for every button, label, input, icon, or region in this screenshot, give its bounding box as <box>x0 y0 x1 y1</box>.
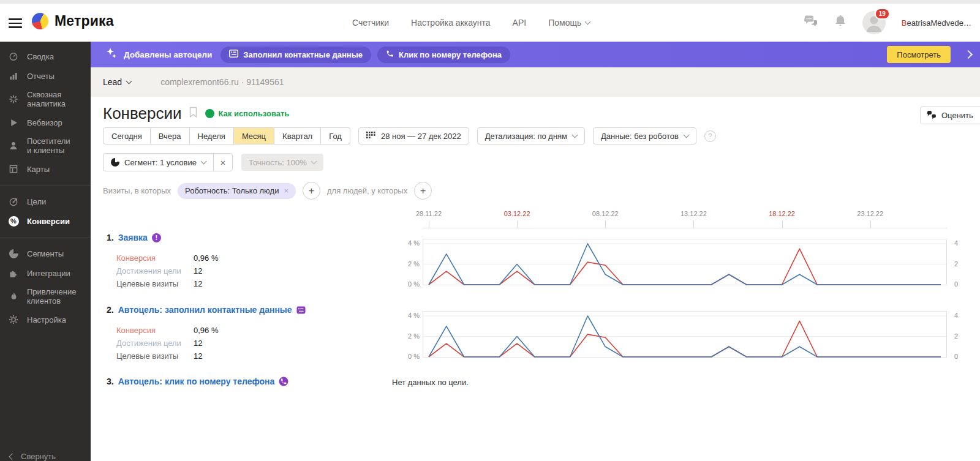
chevron-down-icon <box>311 158 317 164</box>
goal-1-header: 1. Заявка ! <box>107 233 161 242</box>
banner-pill-contact-form[interactable]: Заполнил контактные данные <box>221 47 371 63</box>
banner-pill-phone-click[interactable]: Клик по номеру телефона <box>377 47 510 63</box>
segment-clear-button[interactable]: × <box>213 154 232 171</box>
y-axis-label-right: 2 <box>954 260 967 268</box>
chevron-down-icon <box>585 18 591 24</box>
help-icon[interactable]: ? <box>704 130 716 142</box>
gauge-icon <box>8 51 19 62</box>
sidebar-item-skvoznaya-analitika[interactable]: Сквозная аналитика <box>0 86 91 113</box>
rate-button[interactable]: Оценить <box>920 107 980 124</box>
counter-bar: Lead complexremont66.ru · 91149561 <box>91 67 980 97</box>
counter-select[interactable]: Lead <box>103 77 131 87</box>
y-axis-label-left: 2 % <box>397 260 420 268</box>
form-icon <box>229 50 238 59</box>
goal-link-autogoal-contact-form[interactable]: Автоцель: заполнил контактные данные <box>118 305 292 315</box>
see-autogoals-button[interactable]: Посмотреть <box>887 46 951 63</box>
sidebar-item-posetiteli-i-klienty[interactable]: Посетители и клиенты <box>0 132 91 159</box>
sidebar-item-svodka[interactable]: Сводка <box>0 47 91 66</box>
goal-link-autogoal-phone-click[interactable]: Автоцель: клик по номеру телефона <box>118 377 275 386</box>
date-range-button[interactable]: 28 ноя — 27 дек 2022 <box>358 127 469 144</box>
puzzle-icon <box>8 268 19 279</box>
sidebar-item-segmenty[interactable]: Сегменты <box>0 244 91 263</box>
sidebar-item-celi[interactable]: Цели <box>0 192 91 211</box>
data-filter-dropdown[interactable]: Данные: без роботов <box>593 127 696 144</box>
sidebar-item-otchety[interactable]: Отчеты <box>0 66 91 86</box>
username[interactable]: BeatrisaMedvede… <box>902 18 971 28</box>
hamburger-menu-icon[interactable] <box>9 18 22 28</box>
bell-icon[interactable] <box>834 15 846 31</box>
remove-filter-icon[interactable]: × <box>284 186 288 195</box>
goal-3-header: 3. Автоцель: клик по номеру телефона <box>107 377 288 386</box>
segment-dropdown[interactable]: Сегмент: 1 условие <box>104 154 213 171</box>
sidebar-item-label: Интеграции <box>27 269 70 278</box>
sparkles-icon <box>105 47 118 62</box>
y-axis-label-right: 0 <box>954 280 967 288</box>
y-axis-label-left: 0 % <box>397 280 420 288</box>
axis-tick <box>429 221 429 228</box>
axis-tick-label: 13.12.22 <box>680 210 707 217</box>
goal-link-zayavka[interactable]: Заявка <box>118 233 148 242</box>
period-month[interactable]: Месяц <box>234 127 274 144</box>
accuracy-dropdown[interactable]: Точность: 100% <box>241 154 323 171</box>
how-to-use-link[interactable]: i Как использовать <box>205 109 289 118</box>
y-axis-label-right: 4 <box>954 312 967 319</box>
nav-help[interactable]: Помощь <box>548 18 590 28</box>
banner-next-icon[interactable] <box>964 50 973 59</box>
add-people-condition-button[interactable]: + <box>414 182 432 200</box>
add-visit-condition-button[interactable]: + <box>303 182 320 200</box>
conversions-page: Конверсии i Как использовать Оценить Сег… <box>91 97 980 461</box>
period-yesterday[interactable]: Вчера <box>151 127 190 144</box>
sidebar-item-karty[interactable]: Карты <box>0 159 91 179</box>
chevron-left-icon <box>9 453 15 460</box>
nav-counters[interactable]: Счетчики <box>352 18 389 28</box>
sidebar-item-nastroyka[interactable]: Настройка <box>0 310 91 329</box>
period-today[interactable]: Сегодня <box>103 127 151 144</box>
period-week[interactable]: Неделя <box>190 127 234 144</box>
user-avatar[interactable]: 19 <box>862 11 886 34</box>
axis-tick-label: 28.11.22 <box>416 210 442 217</box>
segment-pie-icon <box>111 158 119 167</box>
y-axis-label-right: 0 <box>954 353 967 360</box>
sidebar-item-integracii[interactable]: Интеграции <box>0 263 91 283</box>
period-year[interactable]: Год <box>321 127 350 144</box>
robots-filter-chip[interactable]: Роботность: Только люди × <box>178 183 296 199</box>
person-icon <box>8 140 19 151</box>
brand-name: Метрика <box>55 13 114 29</box>
phone-badge-icon <box>279 377 288 386</box>
metrika-logo[interactable]: Метрика <box>32 13 114 29</box>
goal-2-header: 2. Автоцель: заполнил контактные данные <box>107 305 306 315</box>
chart-date-axis: 28.11.2203.12.2208.12.2213.12.2218.12.22… <box>423 210 947 228</box>
sidebar-item-label: Конверсии <box>27 217 70 226</box>
no-data-message: Нет данных по цели. <box>392 378 469 387</box>
bookmark-icon[interactable] <box>189 107 198 121</box>
top-header: Метрика Счетчики Настройка аккаунта API … <box>0 4 980 42</box>
sidebar-item-konversii[interactable]: %Конверсии <box>0 211 91 231</box>
y-axis-label-right: 4 <box>954 239 967 247</box>
y-axis-label-left: 4 % <box>397 239 420 247</box>
sidebar-collapse-button[interactable]: Свернуть <box>0 447 100 461</box>
burst-icon <box>8 94 19 105</box>
exclamation-badge-icon: ! <box>152 233 161 242</box>
sidebar-item-label: Привлечение клиентов <box>27 287 77 305</box>
target-icon <box>8 196 19 207</box>
axis-tick <box>517 221 518 228</box>
sidebar-item-label: Посетители и клиенты <box>27 137 70 155</box>
period-quarter[interactable]: Квартал <box>274 127 321 144</box>
axis-tick <box>693 221 694 228</box>
nav-account-settings[interactable]: Настройка аккаунта <box>411 18 491 28</box>
sidebar-item-label: Карты <box>27 165 50 174</box>
detalization-dropdown[interactable]: Детализация: по дням <box>477 127 585 144</box>
nav-api[interactable]: API <box>513 18 527 28</box>
goal-1-stats: Конверсия0,96 % Достижения цели12 Целевы… <box>116 253 218 288</box>
sidebar-item-vebvizor[interactable]: Вебвизор <box>0 113 91 132</box>
metrika-logo-icon <box>32 13 48 29</box>
chat-icon[interactable] <box>804 15 818 30</box>
play-icon <box>8 117 19 128</box>
sidebar-item-label: Сводка <box>27 52 54 61</box>
sidebar-item-privlechenie-klientov[interactable]: Привлечение клиентов <box>0 283 91 310</box>
chevron-down-icon <box>683 132 689 138</box>
goal-1-chart: 4 %42 %20 %0 <box>397 239 967 287</box>
segment-toolbar: Сегмент: 1 условие × Точность: 100% <box>103 153 323 171</box>
goal-2-stats: Конверсия0,96 % Достижения цели12 Целевы… <box>116 326 218 361</box>
chevron-down-icon <box>201 158 207 164</box>
